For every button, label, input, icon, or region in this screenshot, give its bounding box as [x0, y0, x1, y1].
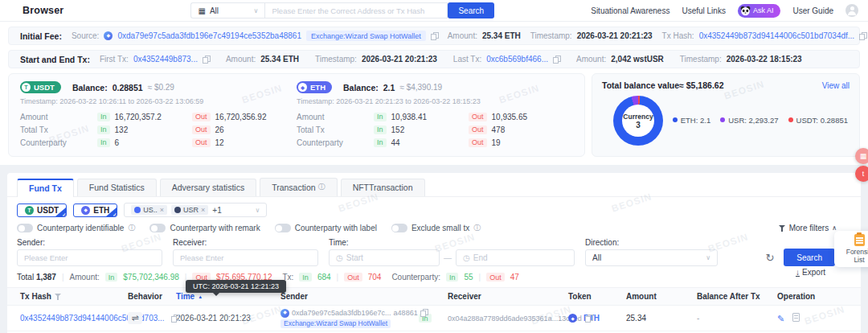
- direction-select[interactable]: All: [585, 249, 718, 266]
- table-header: Tx Hash Behavior Time Sender Receiver To…: [7, 287, 861, 306]
- switch[interactable]: [275, 224, 291, 232]
- link-user-guide[interactable]: User Guide: [792, 6, 833, 15]
- tx-time: 2026-03-21 20:21:23: [176, 314, 280, 323]
- amount-label: Amount:: [576, 55, 606, 64]
- timestamp-label: Timestamp:: [315, 55, 357, 64]
- tx-out: 704: [368, 273, 382, 282]
- ask-ai-label: Ask AI: [753, 6, 774, 14]
- first-tx-hash[interactable]: 0x4352449b873...: [133, 55, 198, 64]
- tab-transaction[interactable]: Transaction: [260, 178, 337, 196]
- receiver-address[interactable]: 0x04a288a7789dd6ade935361a...13caed: [448, 314, 582, 323]
- in-badge: In: [374, 125, 387, 134]
- more-count: +1: [212, 206, 221, 215]
- tab-fund-statistics[interactable]: Fund Statistics: [77, 179, 157, 196]
- time-start-input[interactable]: Start: [329, 249, 440, 266]
- user-avatar[interactable]: [845, 4, 858, 17]
- app-title: Browser: [23, 5, 63, 16]
- source-entity-tag[interactable]: Exchange:Wizard Swap HotWallet: [306, 31, 426, 41]
- usdt-icon: T: [22, 83, 31, 92]
- eth-filter-chip[interactable]: ETH: [73, 204, 117, 217]
- balance-after: -: [697, 314, 777, 323]
- toggle-counterparty-label[interactable]: Counterparty with label: [275, 224, 377, 232]
- eth-tx-out: 478: [492, 125, 506, 134]
- edit-icon[interactable]: [777, 314, 784, 323]
- link-situational-awareness[interactable]: Situational Awareness: [591, 6, 669, 15]
- switch[interactable]: [149, 224, 166, 232]
- note-icon[interactable]: [792, 313, 800, 322]
- time-end-input[interactable]: End: [456, 249, 575, 266]
- close-icon[interactable]: [201, 206, 205, 214]
- tab-nft-transaction[interactable]: NFTTransaction: [341, 179, 425, 196]
- token-multiselect[interactable]: US.. USR +1: [124, 203, 267, 217]
- utc-tooltip: UTC: 2026-03-21 12:21:23: [186, 280, 286, 293]
- sender-address[interactable]: 0xda79e97c5ada3fdb196e7c...: [292, 309, 391, 317]
- link-useful-links[interactable]: Useful Links: [682, 6, 725, 15]
- filter-icon[interactable]: [55, 293, 62, 300]
- toggle-counterparty-identifiable[interactable]: Counterparty identifiable: [17, 223, 135, 233]
- tab-adversary-statistics[interactable]: Adversary statistics: [160, 179, 256, 196]
- forensic-list-widget[interactable]: Forensic List: [834, 231, 868, 267]
- initial-fee-bar: Initial Fee: Source: 0xda79e97c5ada3fdb1…: [8, 27, 860, 45]
- sender-input[interactable]: [24, 253, 155, 262]
- eth-tx-in: 152: [391, 125, 405, 134]
- chevron-down-icon: [706, 254, 710, 261]
- summary-cp-label: Counterparty:: [391, 273, 440, 282]
- initial-fee-txhash[interactable]: 0x4352449b873d94144006c501bd7034df...: [699, 31, 855, 40]
- funnel-icon: [779, 224, 786, 232]
- refresh-icon[interactable]: [765, 252, 774, 264]
- export-button[interactable]: Export: [796, 268, 825, 277]
- out-badge: Out: [469, 125, 487, 134]
- search-input[interactable]: [264, 2, 448, 18]
- search-scope-select[interactable]: All: [190, 2, 264, 18]
- stat-row: Amount In10,938.41 Out10,935.65: [297, 110, 565, 123]
- token-stats-card: TUSDT Balance: 0.28851 ≈ $0.29 Timestamp…: [8, 73, 585, 157]
- in-badge: In: [105, 273, 118, 282]
- last-tx-hash[interactable]: 0xc6b569bf466...: [486, 55, 548, 64]
- filter-search-button[interactable]: Search: [784, 249, 835, 266]
- toggle-exclude-small-tx[interactable]: Exclude small tx: [391, 223, 481, 233]
- copy-icon[interactable]: [420, 309, 428, 317]
- chevron-down-icon: [255, 207, 260, 214]
- stat-row: Total Tx In152 Out478: [297, 123, 565, 136]
- usdt-balance: 0.28851: [113, 83, 143, 92]
- receiver-field: Receiver:: [173, 238, 318, 266]
- copy-icon[interactable]: [171, 314, 178, 323]
- tab-bar: Fund Tx Fund Statistics Adversary statis…: [7, 178, 861, 197]
- sender-entity-tag[interactable]: Exchange:Wizard Swap HotWallet: [280, 319, 391, 328]
- close-icon[interactable]: [160, 206, 164, 214]
- filter-inputs-row: Sender: Receiver: Time: Start — End Dire…: [17, 238, 851, 266]
- last-tx-timestamp: 2026-03-22 18:15:23: [727, 55, 802, 64]
- tab-fund-tx[interactable]: Fund Tx: [17, 179, 74, 197]
- ask-ai-button[interactable]: Ask AI: [738, 4, 781, 18]
- summary-row: Total 1,387 | Amount: In$75,702,346.98 |…: [17, 273, 851, 282]
- eth-cp-out: 19: [492, 138, 501, 147]
- check-icon: [113, 212, 117, 217]
- toggle-counterparty-remark[interactable]: Counterparty with remark: [149, 224, 260, 232]
- copy-icon[interactable]: [585, 314, 592, 323]
- copy-icon[interactable]: [203, 56, 210, 64]
- txhash-label: Tx Hash:: [662, 31, 694, 40]
- panda-icon: [740, 6, 751, 16]
- table-row[interactable]: 0x4352449b873d94144006c501bd703... 2026-…: [7, 306, 861, 331]
- sort-time-header[interactable]: Time: [176, 292, 280, 301]
- toggle-row: Counterparty identifiable Counterparty w…: [17, 223, 851, 233]
- token-coin-icon: [280, 309, 289, 318]
- in-badge: In: [446, 273, 459, 282]
- usdt-filter-chip[interactable]: T USDT: [17, 204, 67, 217]
- receiver-input[interactable]: [180, 253, 311, 262]
- initial-fee-title: Initial Fee:: [20, 31, 62, 41]
- floating-usdt-button[interactable]: t: [855, 166, 868, 182]
- amount-label: Amount:: [448, 31, 477, 40]
- out-badge: Out: [192, 138, 211, 147]
- view-all-link[interactable]: View all: [822, 81, 850, 90]
- copy-icon[interactable]: [859, 32, 866, 40]
- source-address[interactable]: 0xda79e97c5ada3fdb196e7c49194ce5352ba488…: [117, 31, 301, 40]
- search-button[interactable]: Search: [448, 2, 494, 18]
- floating-widget-button[interactable]: [855, 148, 868, 164]
- copy-icon[interactable]: [431, 32, 438, 40]
- usdt-tx-in: 132: [115, 125, 129, 134]
- switch[interactable]: [17, 224, 33, 232]
- switch[interactable]: [391, 224, 407, 232]
- direction-label: Direction:: [585, 238, 718, 247]
- copy-icon[interactable]: [553, 56, 560, 64]
